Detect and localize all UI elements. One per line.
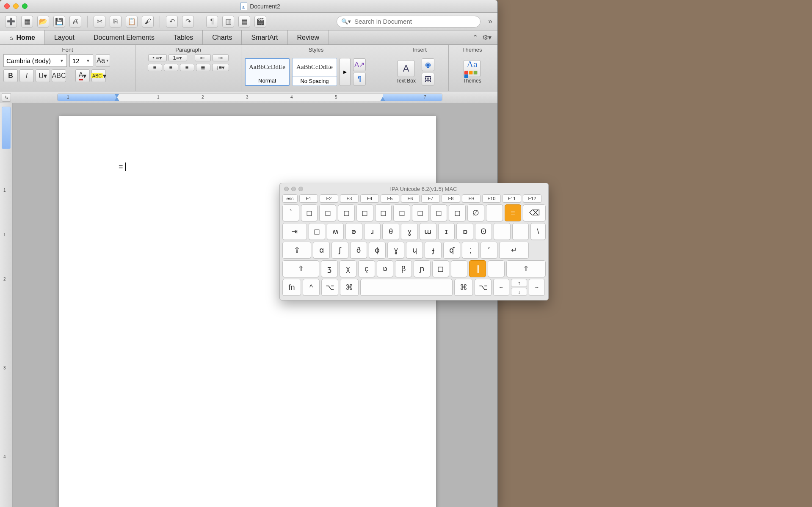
key-ɪ[interactable]: ɪ <box>438 223 455 240</box>
key-◻[interactable]: ◻ <box>301 204 318 221</box>
insert-picture-button[interactable]: 🖼 <box>422 73 434 85</box>
themes-button[interactable]: Aa🟥🟧🟩🟦 Themes <box>461 60 483 84</box>
document-page[interactable]: = <box>59 116 436 507</box>
key-^[interactable]: ^ <box>303 279 320 296</box>
key-blank[interactable] <box>494 223 511 240</box>
key-f12[interactable]: F12 <box>523 194 541 203</box>
page-scroll[interactable]: = <box>13 103 497 507</box>
key-ʍ[interactable]: ʍ <box>327 223 344 240</box>
key-f5[interactable]: F5 <box>381 194 399 203</box>
format-painter-button[interactable]: 🖌 <box>142 16 154 28</box>
print-button[interactable]: 🖨 <box>69 16 81 28</box>
change-case-button[interactable]: Aa▼ <box>96 54 110 67</box>
highlight-button[interactable]: ABC▾ <box>91 69 106 82</box>
tab-tables[interactable]: Tables <box>164 30 203 44</box>
search-input[interactable] <box>354 18 476 25</box>
document-content[interactable]: = <box>119 163 377 171</box>
font-size-dropdown[interactable]: 12▼ <box>69 54 93 67</box>
toolbar-overflow-icon[interactable]: » <box>488 17 492 26</box>
zoom-button[interactable] <box>22 3 28 9</box>
key-=[interactable]: = <box>505 204 522 221</box>
new-button[interactable]: ➕ <box>5 16 17 28</box>
key-∅[interactable]: ∅ <box>467 204 484 221</box>
strikethrough-button[interactable]: ABC <box>52 69 66 82</box>
align-center-button[interactable]: ≡ <box>164 64 178 71</box>
key-θ[interactable]: θ <box>382 223 399 240</box>
key-arrow-left[interactable]: ← <box>493 279 509 296</box>
key-◻[interactable]: ◻ <box>309 223 326 240</box>
key-⌫[interactable]: ⌫ <box>523 204 546 221</box>
key-f10[interactable]: F10 <box>482 194 501 203</box>
save-button[interactable]: 💾 <box>53 16 65 28</box>
key-f1[interactable]: F1 <box>299 194 318 203</box>
align-left-button[interactable]: ≡ <box>148 64 162 71</box>
key-⌘[interactable]: ⌘ <box>454 279 473 296</box>
key-ɣ[interactable]: ɣ <box>401 223 418 240</box>
key-f2[interactable]: F2 <box>320 194 338 203</box>
key-`[interactable]: ` <box>282 204 299 221</box>
collapse-ribbon-icon[interactable]: ⌃ <box>472 33 478 41</box>
key-arrow-up[interactable]: ↑ <box>511 279 527 287</box>
insert-shape-button[interactable]: ◉ <box>422 58 434 71</box>
key-blank[interactable] <box>512 223 529 240</box>
key-◻[interactable]: ◻ <box>356 204 373 221</box>
key-ʋ[interactable]: ʋ <box>377 260 394 277</box>
key-χ[interactable]: χ <box>340 260 356 277</box>
key-⌥[interactable]: ⌥ <box>321 279 338 296</box>
key-β[interactable]: β <box>395 260 412 277</box>
tab-review[interactable]: Review <box>288 30 329 44</box>
bold-button[interactable]: B <box>3 69 18 82</box>
key-ɣ[interactable]: ɣ <box>387 242 404 259</box>
key-\[interactable]: \ <box>530 223 546 240</box>
key-space[interactable] <box>360 279 453 296</box>
key-ə[interactable]: ə <box>345 223 362 240</box>
key-◻[interactable]: ◻ <box>412 204 429 221</box>
quick-styles-button[interactable]: A↗ <box>353 58 366 71</box>
copy-button[interactable]: ⎘ <box>110 16 122 28</box>
key-f8[interactable]: F8 <box>442 194 460 203</box>
key-⇥[interactable]: ⇥ <box>282 223 307 240</box>
key-f11[interactable]: F11 <box>503 194 521 203</box>
horizontal-ruler[interactable]: 1 1 2 3 4 5 7 <box>57 94 442 101</box>
sidebar-button[interactable]: ▥ <box>222 16 234 28</box>
vertical-ruler[interactable]: 1 1 2 3 4 <box>0 103 13 507</box>
key-ç[interactable]: ç <box>358 260 375 277</box>
minimize-button[interactable] <box>13 3 19 9</box>
key-◻[interactable]: ◻ <box>338 204 355 221</box>
justify-button[interactable]: ≣ <box>196 64 210 71</box>
key-f9[interactable]: F9 <box>462 194 481 203</box>
templates-button[interactable]: ▦ <box>21 16 33 28</box>
paste-button[interactable]: 📋 <box>126 16 138 28</box>
key-ɯ[interactable]: ɯ <box>420 223 436 240</box>
key-◻[interactable]: ◻ <box>449 204 466 221</box>
key-blank[interactable] <box>486 204 503 221</box>
key-f4[interactable]: F4 <box>360 194 379 203</box>
key-↵[interactable]: ↵ <box>499 242 529 259</box>
tab-layout[interactable]: Layout <box>45 30 84 44</box>
font-color-button[interactable]: A▾ <box>75 69 90 82</box>
key-ʘ[interactable]: ʘ <box>475 223 492 240</box>
decrease-indent-button[interactable]: ⇤ <box>195 54 211 61</box>
key-◻[interactable]: ◻ <box>375 204 392 221</box>
font-name-dropdown[interactable]: Cambria (Body)▼ <box>3 54 67 67</box>
key-ɒ[interactable]: ɒ <box>456 223 473 240</box>
bullets-button[interactable]: • ≡▾ <box>148 54 167 61</box>
key-f6[interactable]: F6 <box>401 194 420 203</box>
osk-zoom-button[interactable] <box>298 187 303 191</box>
key-⌥[interactable]: ⌥ <box>475 279 492 296</box>
italic-button[interactable]: I <box>19 69 34 82</box>
tab-charts[interactable]: Charts <box>203 30 242 44</box>
search-field[interactable]: 🔍▾ <box>337 16 481 28</box>
key-arrow-right[interactable]: → <box>529 279 545 296</box>
key-‖[interactable]: ‖ <box>469 260 486 277</box>
key-◻[interactable]: ◻ <box>432 260 449 277</box>
key-ʼ[interactable]: ʼ <box>481 242 497 259</box>
key-esc[interactable]: esc <box>282 194 298 203</box>
tab-stop-selector[interactable]: ↳ <box>2 93 11 102</box>
key-ʒ[interactable]: ʒ <box>321 260 338 277</box>
key-◻[interactable]: ◻ <box>393 204 410 221</box>
close-button[interactable] <box>4 3 10 9</box>
numbering-button[interactable]: 1≡▾ <box>168 54 187 61</box>
tab-document-elements[interactable]: Document Elements <box>84 30 164 44</box>
key-ʃ[interactable]: ʃ <box>331 242 348 259</box>
